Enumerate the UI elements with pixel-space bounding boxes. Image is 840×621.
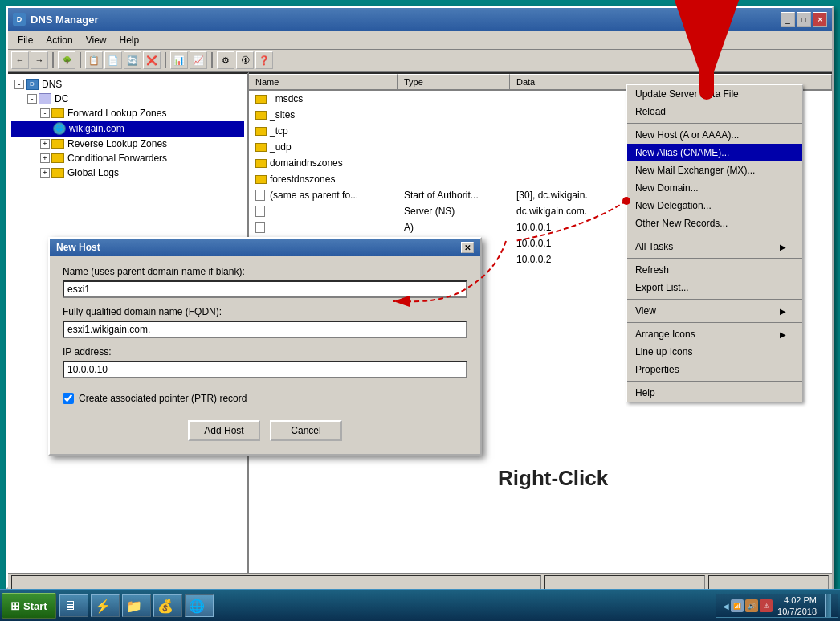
menu-help[interactable]: Help xyxy=(113,33,146,47)
taskbar-file-icon: 🖥 xyxy=(63,599,76,613)
tree-label-cf: Conditional Forwarders xyxy=(67,153,167,164)
system-tray: ◀ 📶 🔊 ⚠ 4:02 PM 10/7/2018 xyxy=(716,594,838,618)
start-button[interactable]: ⊞ Start xyxy=(2,593,56,619)
tree-item-wikigain-com[interactable]: 🌐 wikigain.com xyxy=(11,121,244,137)
tray-show-desktop[interactable] xyxy=(825,594,831,617)
new-host-dialog: New Host ✕ Name (uses parent domain name… xyxy=(48,237,482,456)
taskbar-item-files[interactable]: 🖥 xyxy=(59,594,88,617)
ctx-sep-5 xyxy=(627,322,802,323)
ctx-line-up-icons[interactable]: Line up Icons xyxy=(627,343,802,361)
toolbar-sep-1 xyxy=(52,52,54,68)
folder-icon-fwz xyxy=(51,108,64,118)
back-button[interactable]: ← xyxy=(11,51,29,69)
tree-button[interactable]: 🌳 xyxy=(58,51,75,69)
taskbar-item-ps[interactable]: ⚡ xyxy=(91,594,120,617)
ctx-help[interactable]: Help xyxy=(627,384,802,402)
ctx-new-domain[interactable]: New Domain... xyxy=(627,179,802,197)
taskbar-item-ie[interactable]: 💰 xyxy=(153,594,182,617)
ctx-update-server-data-file[interactable]: Update Server Data File xyxy=(627,85,802,103)
tree-label-gl: Global Logs xyxy=(67,167,119,178)
ptr-checkbox-label: Create associated pointer (PTR) record xyxy=(79,393,247,404)
ctx-refresh[interactable]: Refresh xyxy=(627,261,802,279)
tree-item-reverse-lookup-zones[interactable]: + Reverse Lookup Zones xyxy=(11,137,244,151)
ctx-new-delegation[interactable]: New Delegation... xyxy=(627,197,802,214)
maximize-button[interactable]: □ xyxy=(797,12,811,27)
taskbar-ps-icon: ⚡ xyxy=(95,599,111,614)
menu-view[interactable]: View xyxy=(80,33,113,47)
taskbar-items: 🖥 ⚡ 📁 💰 🌐 xyxy=(56,594,716,617)
ctx-other-new-records[interactable]: Other New Records... xyxy=(627,214,802,232)
tray-date: 10/7/2018 xyxy=(777,606,817,617)
minimize-button[interactable]: _ xyxy=(781,12,795,27)
ctx-properties[interactable]: Properties xyxy=(627,361,802,378)
toolbar-sep-3 xyxy=(165,52,166,68)
toolbar-btn-11[interactable]: ❓ xyxy=(255,51,273,69)
globe-icon: 🌐 xyxy=(53,122,66,135)
fqdn-input[interactable] xyxy=(63,321,467,338)
taskbar-item-folder[interactable]: 📁 xyxy=(122,594,151,617)
add-host-button[interactable]: Add Host xyxy=(188,420,260,441)
expand-fwz[interactable]: - xyxy=(40,108,50,118)
tree-item-dns[interactable]: - D DNS xyxy=(11,77,244,92)
expand-gl[interactable]: + xyxy=(40,168,50,178)
status-bar xyxy=(8,573,832,590)
ctx-all-tasks[interactable]: All Tasks ▶ xyxy=(627,238,802,255)
row-folder-icon xyxy=(255,127,267,136)
expand-rlz[interactable]: + xyxy=(40,139,50,149)
tray-sound-icon: 🔊 xyxy=(745,599,758,612)
col-header-name[interactable]: Name xyxy=(249,74,398,90)
forward-button[interactable]: → xyxy=(31,51,48,69)
toolbar-btn-4[interactable]: 📄 xyxy=(104,51,122,69)
tray-network-icon: 📶 xyxy=(731,599,744,612)
close-button[interactable]: ✕ xyxy=(813,12,827,27)
row-doc-icon xyxy=(255,190,265,201)
start-icon: ⊞ xyxy=(10,599,20,612)
taskbar-item-dns[interactable]: 🌐 xyxy=(185,594,214,617)
ctx-reload[interactable]: Reload xyxy=(627,103,802,121)
tree-item-global-logs[interactable]: + Global Logs xyxy=(11,165,244,180)
menu-file[interactable]: File xyxy=(11,33,39,47)
ctx-new-mail-exchanger[interactable]: New Mail Exchanger (MX)... xyxy=(627,161,802,179)
ctx-export-list[interactable]: Export List... xyxy=(627,279,802,296)
taskbar-folder-icon: 📁 xyxy=(126,599,142,614)
menu-bar: File Action View Help xyxy=(8,31,832,50)
ctx-new-alias[interactable]: New Alias (CNAME)... xyxy=(627,144,802,161)
ptr-checkbox-container: Create associated pointer (PTR) record xyxy=(63,393,467,404)
ctx-arrange-icons[interactable]: Arrange Icons ▶ xyxy=(627,325,802,343)
ptr-checkbox[interactable] xyxy=(63,393,74,404)
toolbar-btn-8[interactable]: 📈 xyxy=(190,51,207,69)
taskbar-dns-icon: 🌐 xyxy=(189,599,205,614)
name-input[interactable] xyxy=(63,280,467,298)
col-header-type[interactable]: Type xyxy=(398,74,510,90)
expand-cf[interactable]: + xyxy=(40,153,50,163)
expand-dns[interactable]: - xyxy=(14,80,24,89)
folder-icon-rlz xyxy=(51,139,64,149)
toolbar-btn-10[interactable]: 🛈 xyxy=(236,51,254,69)
toolbar-btn-3[interactable]: 📋 xyxy=(85,51,103,69)
toolbar: ← → 🌳 📋 📄 🔄 ❌ 📊 📈 ⚙ 🛈 ❓ xyxy=(8,50,832,72)
tray-time: 4:02 PM xyxy=(777,594,817,606)
row-folder-icon xyxy=(255,143,267,152)
row-folder-icon xyxy=(255,159,267,168)
dialog-close-button[interactable]: ✕ xyxy=(461,242,474,253)
menu-action[interactable]: Action xyxy=(39,33,79,47)
cancel-button[interactable]: Cancel xyxy=(270,420,342,441)
toolbar-btn-7[interactable]: 📊 xyxy=(170,51,188,69)
toolbar-btn-9[interactable]: ⚙ xyxy=(217,51,234,69)
tree-item-dc[interactable]: - DC xyxy=(11,92,244,106)
start-label: Start xyxy=(23,600,47,612)
toolbar-btn-5[interactable]: 🔄 xyxy=(124,51,141,69)
tree-item-forward-lookup-zones[interactable]: - Forward Lookup Zones xyxy=(11,106,244,121)
tree-label-rlz: Reverse Lookup Zones xyxy=(67,138,167,149)
toolbar-sep-2 xyxy=(80,52,81,68)
row-folder-icon xyxy=(255,111,267,120)
expand-dc[interactable]: - xyxy=(27,94,37,104)
ctx-view[interactable]: View ▶ xyxy=(627,302,802,320)
status-pane-2 xyxy=(544,575,705,590)
tree-item-conditional-forwarders[interactable]: + Conditional Forwarders xyxy=(11,151,244,165)
ctx-new-host[interactable]: New Host (A or AAAA)... xyxy=(627,126,802,144)
dc-icon xyxy=(39,93,51,104)
ip-input[interactable] xyxy=(63,361,467,378)
toolbar-btn-6[interactable]: ❌ xyxy=(143,51,161,69)
name-field-label: Name (uses parent domain name if blank): xyxy=(63,266,467,277)
